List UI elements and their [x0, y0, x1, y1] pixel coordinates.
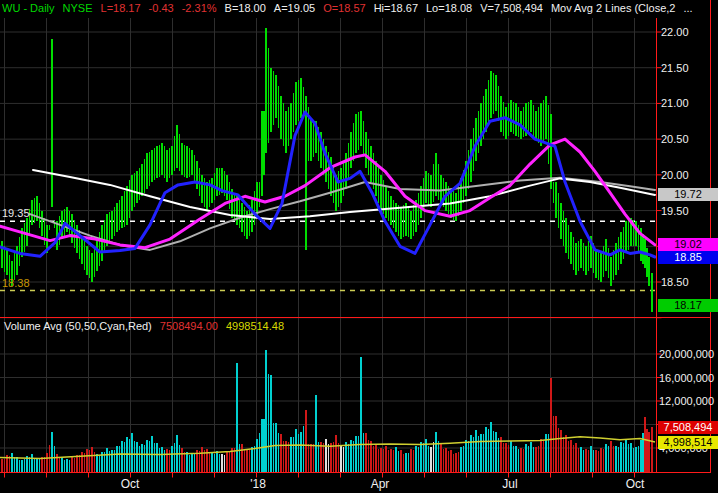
price-level-lines [0, 221, 656, 290]
volume-bars [1, 350, 653, 471]
gridlines [0, 18, 656, 471]
chart-plot-area[interactable] [0, 0, 718, 493]
